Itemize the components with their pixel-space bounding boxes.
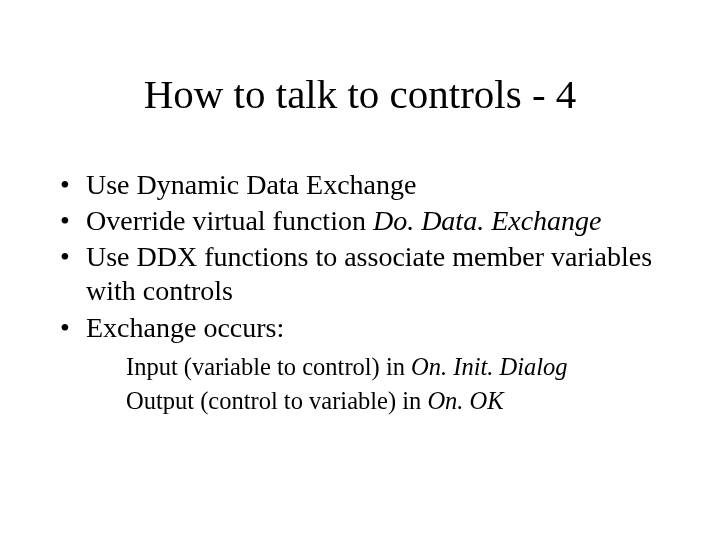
bullet-text: Override virtual function [86,205,373,236]
slide-body: Use Dynamic Data Exchange Override virtu… [58,168,670,418]
bullet-item: Exchange occurs: Input (variable to cont… [58,311,670,417]
bullet-item: Use DDX functions to associate member va… [58,240,670,308]
sub-text: Input (variable to control) in [126,353,411,380]
slide-title: How to talk to controls - 4 [0,70,720,118]
sub-item: Output (control to variable) in On. OK [126,385,670,417]
bullet-text: Use DDX functions to associate member va… [86,241,652,306]
sub-emphasis: On. OK [427,387,503,414]
slide: How to talk to controls - 4 Use Dynamic … [0,0,720,540]
bullet-list: Use Dynamic Data Exchange Override virtu… [58,168,670,416]
bullet-emphasis: Do. Data. Exchange [373,205,602,236]
sub-emphasis: On. Init. Dialog [411,353,568,380]
sub-text: Output (control to variable) in [126,387,427,414]
bullet-text: Use Dynamic Data Exchange [86,169,416,200]
bullet-item: Override virtual function Do. Data. Exch… [58,204,670,238]
bullet-item: Use Dynamic Data Exchange [58,168,670,202]
sub-list: Input (variable to control) in On. Init.… [86,351,670,417]
bullet-text: Exchange occurs: [86,312,284,343]
sub-item: Input (variable to control) in On. Init.… [126,351,670,383]
